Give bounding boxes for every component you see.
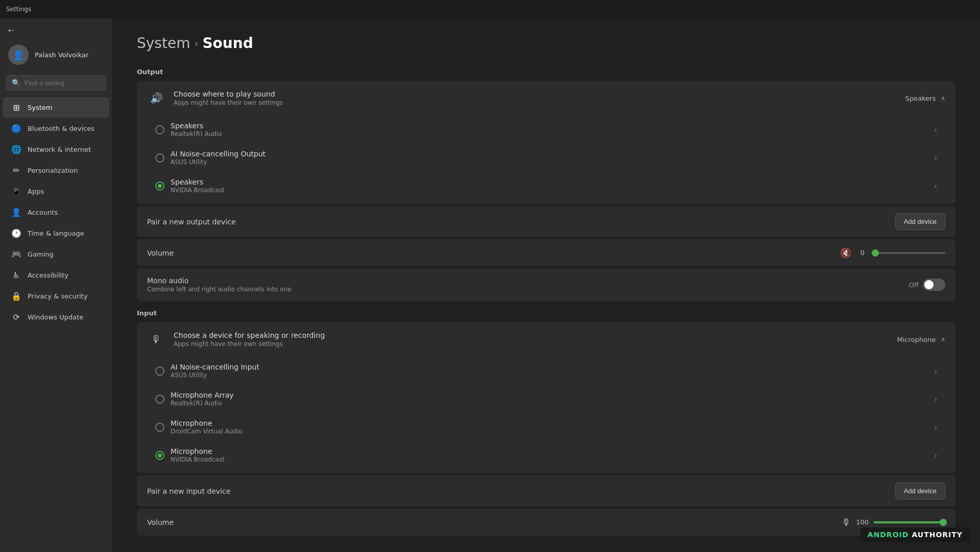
mono-audio-toggle[interactable]	[923, 279, 945, 291]
sidebar-item-accessibility[interactable]: ♿ Accessibility	[3, 265, 109, 285]
input-device-header[interactable]: 🎙 Choose a device for speaking or record…	[137, 322, 955, 357]
pair-input-row: Pair a new input device Add device	[137, 475, 955, 507]
update-icon: ⟳	[11, 312, 21, 322]
pair-output-label: Pair a new output device	[147, 218, 895, 226]
mono-toggle-label: Off	[909, 281, 919, 289]
sidebar-item-system[interactable]: ⊞ System	[3, 97, 109, 118]
search-input[interactable]	[25, 79, 101, 87]
user-name: Palash Volvoikar	[35, 51, 88, 59]
input-radio-button-1[interactable]	[155, 395, 164, 404]
output-device-sub-0: Realtek(R) Audio	[171, 130, 928, 137]
input-device-list: AI Noise-cancelling Input ASUS Utility ›…	[137, 357, 955, 473]
output-device-sub: Apps might have their own settings	[174, 99, 905, 106]
privacy-icon: 🔒	[11, 291, 21, 301]
mono-audio-title: Mono audio	[147, 277, 901, 285]
input-device-title: Choose a device for speaking or recordin…	[174, 331, 897, 339]
time-icon: 🕐	[11, 228, 21, 238]
output-volume-value: 0	[856, 249, 869, 257]
output-device-sub-2: NVIDIA Broadcast	[171, 187, 928, 194]
input-device-item-3[interactable]: Microphone NVIDIA Broadcast ›	[147, 441, 945, 469]
network-icon: 🌐	[11, 144, 21, 154]
output-device-title: Choose where to play sound	[174, 90, 905, 98]
user-profile[interactable]: 👤 Palash Volvoikar	[0, 38, 112, 71]
output-volume-label: Volume	[147, 249, 188, 257]
chevron-right-icon-0: ›	[934, 126, 937, 134]
output-device-name-0: Speakers	[171, 122, 928, 130]
back-button[interactable]: ←	[0, 22, 112, 38]
input-radio-button-2[interactable]	[155, 423, 164, 432]
input-section-label: Input	[137, 309, 955, 317]
output-device-name-2: Speakers	[171, 178, 928, 186]
chevron-up-icon-input: ∧	[941, 336, 945, 343]
input-volume-label: Volume	[147, 518, 188, 526]
avatar: 👤	[8, 44, 29, 65]
sidebar-item-label: Network & internet	[28, 146, 91, 153]
sidebar-item-network[interactable]: 🌐 Network & internet	[3, 139, 109, 159]
input-device-selected: Microphone	[897, 336, 936, 343]
breadcrumb-system[interactable]: System	[137, 35, 190, 52]
output-device-item-1[interactable]: AI Noise-cancelling Output ASUS Utility …	[147, 144, 945, 172]
search-box[interactable]: 🔍	[6, 75, 106, 90]
mute-icon[interactable]: 🔇	[840, 247, 851, 258]
output-device-card: 🔊 Choose where to play sound Apps might …	[137, 81, 955, 204]
input-radio-button-3[interactable]	[155, 451, 164, 460]
breadcrumb-separator: ›	[194, 37, 198, 50]
chevron-right-icon-1: ›	[934, 154, 937, 162]
sidebar-item-time[interactable]: 🕐 Time & language	[3, 223, 109, 243]
input-device-sub-1: Realtek(R) Audio	[171, 400, 928, 407]
watermark: ANDROID AUTHORITY	[861, 527, 970, 542]
sidebar-item-label: Windows Update	[28, 313, 83, 321]
input-device-item-2[interactable]: Microphone DroidCam Virtual Audio ›	[147, 413, 945, 441]
pair-output-row: Pair a new output device Add device	[137, 206, 955, 237]
input-volume-slider[interactable]	[874, 521, 945, 523]
accessibility-icon: ♿	[11, 270, 21, 280]
sidebar-item-label: Accessibility	[28, 271, 68, 279]
pair-input-label: Pair a new input device	[147, 487, 895, 495]
add-output-device-button[interactable]: Add device	[895, 213, 945, 230]
sidebar-item-accounts[interactable]: 👤 Accounts	[3, 202, 109, 222]
radio-button-1[interactable]	[155, 153, 164, 163]
chevron-up-icon: ∧	[941, 95, 945, 102]
sidebar-item-update[interactable]: ⟳ Windows Update	[3, 307, 109, 327]
output-volume-slider[interactable]	[874, 252, 945, 254]
output-device-header[interactable]: 🔊 Choose where to play sound Apps might …	[137, 81, 955, 116]
input-volume-row: Volume 🎙 100	[137, 509, 955, 536]
input-device-item-1[interactable]: Microphone Array Realtek(R) Audio ›	[147, 385, 945, 413]
input-radio-inner-3	[158, 453, 162, 457]
mono-audio-row: Mono audio Combine left and right audio …	[137, 268, 955, 301]
breadcrumb: System › Sound	[137, 35, 955, 52]
search-icon: 🔍	[12, 79, 20, 87]
output-device-item-0[interactable]: Speakers Realtek(R) Audio ›	[147, 116, 945, 144]
sidebar-item-apps[interactable]: 📱 Apps	[3, 181, 109, 201]
input-volume-fill	[874, 521, 943, 523]
input-device-name-2: Microphone	[171, 419, 928, 427]
input-chevron-3: ›	[934, 451, 937, 459]
input-device-sub-3: NVIDIA Broadcast	[171, 456, 928, 463]
sidebar-item-gaming[interactable]: 🎮 Gaming	[3, 244, 109, 264]
radio-button-2[interactable]	[155, 181, 164, 191]
microphone-icon[interactable]: 🎙	[842, 517, 851, 527]
sidebar-item-label: System	[28, 104, 52, 111]
sidebar-item-bluetooth[interactable]: 🔵 Bluetooth & devices	[3, 118, 109, 139]
sidebar-item-personalization[interactable]: ✏️ Personalization	[3, 160, 109, 180]
titlebar-title: Settings	[6, 6, 31, 13]
input-chevron-0: ›	[934, 367, 937, 375]
input-device-sub-0: ASUS Utility	[171, 372, 928, 379]
add-input-device-button[interactable]: Add device	[895, 482, 945, 499]
gaming-icon: 🎮	[11, 249, 21, 259]
back-icon: ←	[8, 27, 14, 34]
output-device-item-2[interactable]: Speakers NVIDIA Broadcast ›	[147, 172, 945, 200]
radio-button-0[interactable]	[155, 125, 164, 134]
apps-icon: 📱	[11, 186, 21, 196]
input-device-name-1: Microphone Array	[171, 391, 928, 399]
input-device-name-0: AI Noise-cancelling Input	[171, 363, 928, 371]
sidebar-item-privacy[interactable]: 🔒 Privacy & security	[3, 286, 109, 306]
input-radio-button-0[interactable]	[155, 366, 164, 376]
input-device-item-0[interactable]: AI Noise-cancelling Input ASUS Utility ›	[147, 357, 945, 385]
output-section-label: Output	[137, 68, 955, 76]
accounts-icon: 👤	[11, 207, 21, 217]
sidebar-item-label: Accounts	[28, 209, 58, 216]
toggle-knob	[924, 280, 934, 289]
sidebar-item-label: Gaming	[28, 250, 54, 258]
speaker-icon: 🔊	[147, 89, 165, 107]
